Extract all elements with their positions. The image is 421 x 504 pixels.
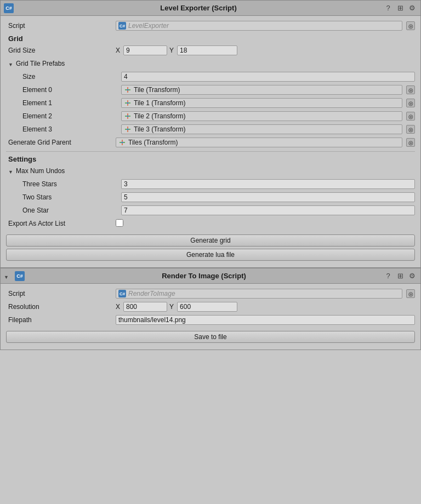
generate-grid-parent-field: Tiles (Transform) <box>116 138 402 147</box>
element-0-value: Tile (Transform) ◎ <box>121 85 415 95</box>
script-field: C# LevelExporter <box>116 21 402 31</box>
save-to-file-button[interactable]: Save to file <box>6 331 415 343</box>
render-to-image-panel: C# Render To Image (Script) ? ⊞ ⚙ Script… <box>0 268 421 350</box>
level-exporter-panel: C# Level Exporter (Script) ? ⊞ ⚙ Script … <box>0 0 421 268</box>
tile-prefabs-collapse-icon[interactable] <box>8 60 15 67</box>
size-field-display: 4 <box>121 72 415 82</box>
resolution-row: Resolution X Y <box>6 301 415 312</box>
element-0-row: Element 0 Tile (Transform) ◎ <box>12 84 415 95</box>
render-header-icons: ? ⊞ ⚙ <box>383 271 417 281</box>
two-stars-value <box>121 192 415 202</box>
filepath-input[interactable] <box>116 315 415 325</box>
grid-size-label: Grid Size <box>6 47 116 54</box>
generate-grid-parent-label: Generate Grid Parent <box>6 139 116 146</box>
max-num-undos-row: Max Num Undos <box>6 165 415 176</box>
divider-1 <box>6 151 415 152</box>
svg-point-8 <box>127 116 129 117</box>
svg-point-11 <box>127 129 129 130</box>
render-script-value: C# RenderToImage ◎ <box>116 289 415 299</box>
split-icon[interactable]: ⊞ <box>395 3 405 13</box>
three-stars-value <box>121 179 415 189</box>
element-3-select-btn[interactable]: ◎ <box>406 125 415 134</box>
element-2-text: Tile 2 (Transform) <box>134 112 185 120</box>
element-2-value: Tile 2 (Transform) ◎ <box>121 111 415 121</box>
svg-point-5 <box>127 102 129 104</box>
level-exporter-body: Script C# LevelExporter ◎ Grid Grid Size… <box>1 16 420 267</box>
export-actor-list-value <box>116 219 415 228</box>
element-0-field: Tile (Transform) <box>121 85 402 95</box>
header-icons: ? ⊞ ⚙ <box>383 3 417 13</box>
render-script-label: Script <box>6 290 116 297</box>
script-value: C# LevelExporter ◎ <box>116 21 415 31</box>
transform-icon-3 <box>124 125 132 133</box>
size-label: Size <box>12 73 121 81</box>
script-row: Script C# LevelExporter ◎ <box>6 20 415 31</box>
resolution-value: X Y <box>116 302 415 312</box>
resolution-label: Resolution <box>6 303 116 311</box>
one-star-row: One Star <box>12 205 415 216</box>
transform-icon-parent <box>118 139 126 146</box>
resolution-y-input[interactable] <box>177 302 237 312</box>
transform-icon-0 <box>124 86 132 94</box>
three-stars-label: Three Stars <box>12 180 121 188</box>
generate-grid-parent-select-btn[interactable]: ◎ <box>406 138 415 147</box>
three-stars-input[interactable] <box>121 179 415 189</box>
element-0-label: Element 0 <box>12 86 121 94</box>
grid-size-y-input[interactable] <box>177 45 237 55</box>
help-icon[interactable]: ? <box>383 3 393 13</box>
size-row: Size 4 <box>12 71 415 82</box>
two-stars-row: Two Stars <box>12 192 415 203</box>
res-y-label: Y <box>169 303 174 311</box>
resolution-x-input[interactable] <box>123 302 167 312</box>
render-panel-collapse-icon[interactable] <box>4 273 10 279</box>
render-script-select-btn[interactable]: ◎ <box>406 289 415 298</box>
render-cs-icon: C# <box>15 271 25 281</box>
script-select-btn[interactable]: ◎ <box>406 21 415 30</box>
grid-section-header: Grid <box>6 35 415 43</box>
two-stars-label: Two Stars <box>12 193 121 201</box>
res-x-label: X <box>116 303 120 311</box>
element-3-row: Element 3 Tile 3 (Transform) ◎ <box>12 124 415 135</box>
export-actor-list-row: Export As Actor List <box>6 218 415 229</box>
render-to-image-header: C# Render To Image (Script) ? ⊞ ⚙ <box>1 268 420 284</box>
generate-grid-button[interactable]: Generate grid <box>6 234 415 247</box>
one-star-input[interactable] <box>121 205 415 215</box>
y-label: Y <box>169 47 174 54</box>
level-exporter-title: Level Exporter (Script) <box>17 4 380 12</box>
two-stars-input[interactable] <box>121 192 415 202</box>
x-label: X <box>116 47 120 54</box>
render-split-icon[interactable]: ⊞ <box>395 271 405 281</box>
element-0-select-btn[interactable]: ◎ <box>406 85 415 94</box>
svg-point-14 <box>122 142 123 144</box>
one-star-value <box>121 205 415 215</box>
generate-lua-button[interactable]: Generate lua file <box>6 249 415 261</box>
render-help-icon[interactable]: ? <box>383 271 393 281</box>
element-1-label: Element 1 <box>12 99 121 107</box>
element-1-select-btn[interactable]: ◎ <box>406 99 415 107</box>
filepath-row: Filepath <box>6 314 415 325</box>
three-stars-row: Three Stars <box>12 179 415 190</box>
settings-label: Settings <box>6 155 116 163</box>
export-actor-list-label: Export As Actor List <box>6 220 116 227</box>
grid-size-row: Grid Size X Y <box>6 45 415 56</box>
element-2-label: Element 2 <box>12 112 121 120</box>
max-undos-collapse-icon[interactable] <box>8 168 15 174</box>
render-to-image-body: Script C# RenderToImage ◎ Resolution X Y… <box>1 284 420 350</box>
gear-icon[interactable]: ⚙ <box>407 3 417 13</box>
element-2-select-btn[interactable]: ◎ <box>406 112 415 121</box>
render-script-text: RenderToImage <box>128 290 175 297</box>
size-value: 4 <box>121 72 415 82</box>
element-2-field: Tile 2 (Transform) <box>121 111 402 121</box>
render-script-cs-icon: C# <box>118 290 126 297</box>
grid-tile-prefabs-header: Grid Tile Prefabs <box>6 60 116 67</box>
grid-size-x-input[interactable] <box>123 45 167 55</box>
filepath-value <box>116 315 415 325</box>
export-actor-list-checkbox[interactable] <box>116 219 123 227</box>
settings-section-header: Settings <box>6 155 415 163</box>
element-3-field: Tile 3 (Transform) <box>121 124 402 134</box>
one-star-label: One Star <box>12 207 121 214</box>
cs-icon: C# <box>4 3 14 13</box>
element-3-text: Tile 3 (Transform) <box>134 125 185 133</box>
element-1-value: Tile 1 (Transform) ◎ <box>121 98 415 108</box>
render-gear-icon[interactable]: ⚙ <box>407 271 417 281</box>
